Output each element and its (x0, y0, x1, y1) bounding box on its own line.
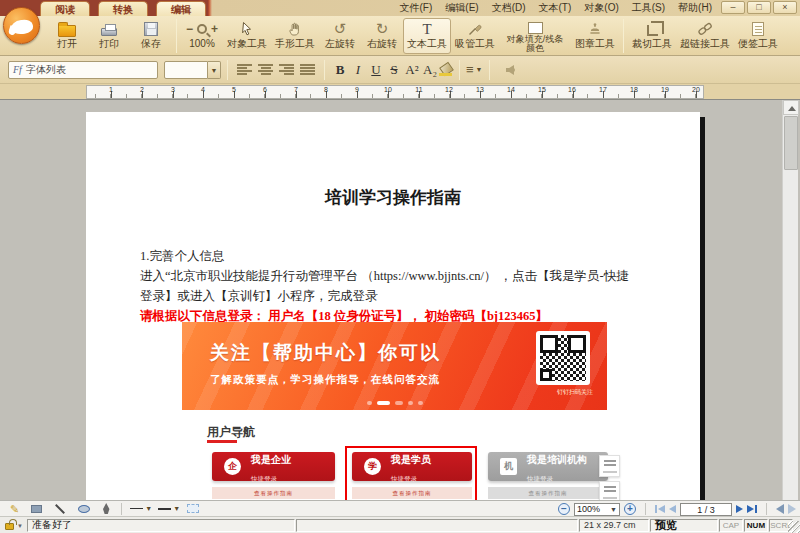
color-swatch-icon (528, 22, 543, 34)
eyedropper-icon (467, 20, 483, 38)
eyedropper-tool-button[interactable]: 吸管工具 (451, 18, 499, 54)
caps-lock-indicator: CAP (719, 519, 743, 532)
resize-grip[interactable] (788, 521, 800, 533)
align-center-icon[interactable] (258, 64, 273, 75)
vertical-scrollbar[interactable] (782, 100, 798, 500)
highlighter-icon[interactable] (439, 64, 453, 76)
doc-line: 1.完善个人信息 (140, 246, 680, 266)
doc-line: 进入“北京市职业技能提升行动管理平台 （https://www.bjjnts.c… (140, 266, 680, 286)
menu-object[interactable]: 对象(O) (584, 1, 618, 15)
prev-page-button[interactable] (669, 505, 676, 513)
menu-text[interactable]: 文本(T) (539, 1, 572, 15)
print-button[interactable]: 打印 (88, 18, 130, 54)
line-width-dropdown[interactable]: ▼ (130, 505, 152, 512)
pen-tool-icon[interactable] (102, 503, 110, 514)
rotate-left-button[interactable]: ↺ 左旋转 (319, 18, 361, 54)
text-tool-button[interactable]: T 文本工具 (403, 18, 451, 54)
font-size-dropdown-arrow-icon[interactable]: ▼ (208, 61, 221, 79)
align-justify-icon[interactable] (300, 64, 315, 75)
fill-line-color-button[interactable]: 对象填充/线条颜色 (499, 18, 571, 54)
italic-button[interactable]: I (349, 62, 367, 78)
guide-link-bar: 查看操作指南 (488, 487, 608, 499)
rectangle-tool-icon[interactable] (31, 505, 42, 513)
scrollbar-thumb[interactable] (784, 116, 798, 170)
first-page-button[interactable] (655, 505, 665, 513)
menu-help[interactable]: 帮助(H) (678, 1, 712, 15)
align-right-icon[interactable] (279, 64, 294, 75)
zoom-in-button[interactable]: + (624, 503, 636, 515)
main-toolbar: 打开 打印 保存 − + 100% 对象工具 (0, 16, 800, 56)
doc-line: 登录】或进入【京训钉】小程序，完成登录 (140, 286, 680, 306)
ruler-strip: 1 2 3 4 5 6 7 8 9 10 11 12 13 14 15 16 1… (0, 84, 800, 100)
carousel-dot (408, 401, 413, 405)
tab-convert[interactable]: 转换 (98, 1, 148, 16)
scroll-up-icon[interactable] (783, 100, 799, 115)
crop-tool-button[interactable]: 裁切工具 (628, 18, 676, 54)
selection-rect-icon[interactable] (187, 504, 199, 513)
document-paragraph: 1.完善个人信息 进入“北京市职业技能提升行动管理平台 （https://www… (140, 246, 680, 326)
unlock-icon[interactable] (5, 523, 14, 530)
zoom-out-button[interactable]: − (558, 503, 570, 515)
status-field-empty (296, 519, 578, 532)
ellipse-tool-icon[interactable] (78, 505, 90, 513)
minimize-button[interactable]: – (721, 1, 745, 14)
banner-subtitle: 了解政策要点，学习操作指导，在线问答交流 (210, 373, 440, 387)
font-family-dropdown[interactable]: Ff 字体列表 (8, 61, 158, 79)
hand-tool-button[interactable]: 手形工具 (271, 18, 319, 54)
crop-icon (647, 25, 658, 36)
tab-read[interactable]: 阅读 (40, 1, 90, 16)
tab-edit[interactable]: 编辑 (156, 1, 206, 16)
strikethrough-button[interactable]: S (385, 62, 403, 78)
view-forward-button[interactable] (788, 504, 796, 514)
toolbar-separator (766, 503, 767, 515)
menu-document[interactable]: 文档(D) (492, 1, 526, 15)
line-tool-icon[interactable] (55, 504, 65, 514)
underline-button[interactable]: U (367, 62, 385, 78)
align-left-icon[interactable] (237, 64, 252, 75)
object-tool-button[interactable]: 对象工具 (223, 18, 271, 54)
subscript-button[interactable]: A₂ (421, 62, 439, 78)
thick-line-icon (158, 508, 171, 510)
line-spacing-icon: ≡ (466, 62, 474, 77)
toolbar-separator (324, 60, 325, 80)
page-indicator[interactable]: 1 / 3 (680, 503, 732, 516)
menu-tools[interactable]: 工具(S) (632, 1, 665, 15)
rotate-right-button[interactable]: ↻ 右旋转 (361, 18, 403, 54)
undo-icon[interactable] (506, 65, 514, 75)
carousel-dot-active (377, 401, 390, 405)
menu-edit[interactable]: 编辑(E) (445, 1, 478, 15)
hyperlink-tool-button[interactable]: 超链接工具 (676, 18, 734, 54)
open-button[interactable]: 打开 (46, 18, 88, 54)
window-controls: – □ × (721, 1, 797, 14)
next-page-button[interactable] (736, 505, 743, 513)
help-center-banner: 关注【帮助中心】你可以 了解政策要点，学习操作指导，在线问答交流 钉钉扫码关注 (182, 322, 607, 410)
line-style-dropdown[interactable]: ▼ (158, 505, 180, 512)
stamp-tool-button[interactable]: 图章工具 (571, 18, 619, 54)
page-navigation-controls: − 100% ▼ + 1 / 3 (558, 501, 796, 517)
bold-button[interactable]: B (331, 62, 349, 78)
zoom-in-icon[interactable]: + (211, 22, 218, 36)
font-size-dropdown[interactable] (164, 61, 208, 79)
enterprise-icon: 企 (224, 458, 241, 475)
save-button[interactable]: 保存 (130, 18, 172, 54)
zoom-level-dropdown[interactable]: 100% ▼ (574, 503, 620, 516)
pencil-tool-icon[interactable]: ✎ (10, 503, 19, 515)
line-spacing-dropdown[interactable]: ≡ ▼ (466, 62, 483, 77)
last-page-button[interactable] (747, 505, 757, 513)
toolbar-separator (227, 60, 228, 80)
thin-line-icon (130, 508, 143, 509)
note-tool-button[interactable]: 便签工具 (734, 18, 782, 54)
pdf-page: 培训学习操作指南 1.完善个人信息 进入“北京市职业技能提升行动管理平台 （ht… (86, 112, 700, 500)
rotate-right-icon: ↻ (376, 21, 389, 37)
chevron-down-icon[interactable]: ▼ (17, 523, 23, 529)
carousel-dot (367, 401, 372, 405)
zoom-control[interactable]: − + 100% (181, 18, 223, 54)
app-logo-elephant-icon[interactable] (3, 7, 40, 44)
zoom-out-icon[interactable]: − (186, 22, 193, 36)
card-training-org: 机 我是培训机构 快捷登录 (488, 452, 608, 481)
close-button[interactable]: × (773, 1, 797, 14)
view-back-button[interactable] (776, 504, 784, 514)
menu-file[interactable]: 文件(F) (400, 1, 433, 15)
superscript-button[interactable]: A² (403, 62, 421, 78)
maximize-button[interactable]: □ (747, 1, 771, 14)
